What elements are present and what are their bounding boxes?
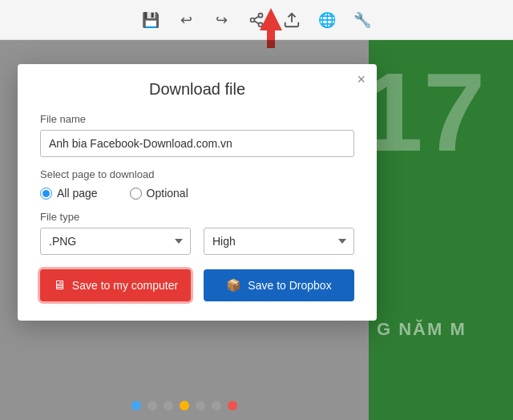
close-button[interactable]: ×: [357, 72, 366, 87]
bg-number: 17: [369, 56, 486, 168]
svg-line-4: [254, 16, 259, 18]
bottom-dots: [0, 401, 369, 410]
save-to-dropbox-button[interactable]: 📦 Save to Dropbox: [204, 269, 354, 301]
file-type-label: File type: [40, 211, 354, 223]
save-to-computer-button[interactable]: 🖥 Save to my computer: [40, 269, 191, 301]
action-buttons-row: 🖥 Save to my computer 📦 Save to Dropbox: [40, 269, 354, 301]
upload-icon[interactable]: [281, 9, 303, 31]
dot-3[interactable]: [180, 401, 189, 410]
svg-point-0: [259, 13, 263, 17]
select-page-label: Select page to download: [40, 168, 354, 180]
dot-5[interactable]: [212, 401, 221, 410]
dot-4[interactable]: [196, 401, 205, 410]
redo-icon[interactable]: ↪: [210, 9, 232, 31]
download-dialog: × Download file File name Select page to…: [18, 64, 377, 321]
radio-optional[interactable]: Optional: [130, 187, 188, 200]
computer-icon: 🖥: [53, 278, 66, 293]
quality-dropdown-wrap: High Medium Low: [204, 228, 354, 255]
bg-text: G NĂM M: [377, 319, 467, 340]
share-icon[interactable]: [245, 9, 268, 31]
globe-icon[interactable]: 🌐: [316, 9, 338, 31]
svg-point-2: [259, 22, 263, 26]
file-name-label: File name: [40, 113, 354, 125]
dropbox-icon: 📦: [226, 278, 241, 293]
radio-all-page[interactable]: All page: [40, 187, 98, 200]
toolbar: 💾 ↩ ↪ 🌐 🔧: [0, 0, 513, 40]
svg-line-3: [254, 21, 259, 23]
dialog-title: Download file: [40, 80, 354, 99]
save-icon[interactable]: 💾: [139, 9, 162, 31]
file-type-dropdown-wrap: .PNG .JPG .PDF .SVG: [40, 228, 191, 255]
dot-0[interactable]: [131, 401, 141, 410]
dot-1[interactable]: [147, 401, 157, 410]
background-image: 17 G NĂM M: [369, 40, 513, 420]
dot-2[interactable]: [164, 401, 173, 410]
file-type-section: File type .PNG .JPG .PDF .SVG High Mediu…: [40, 211, 354, 255]
page-selection-group: All page Optional: [40, 187, 354, 200]
dot-6[interactable]: [228, 401, 237, 410]
quality-select[interactable]: High Medium Low: [204, 228, 354, 255]
file-type-select[interactable]: .PNG .JPG .PDF .SVG: [40, 228, 191, 255]
svg-point-1: [251, 18, 255, 22]
settings-icon[interactable]: 🔧: [351, 9, 374, 31]
undo-icon[interactable]: ↩: [175, 9, 197, 31]
file-name-input[interactable]: [40, 130, 354, 157]
dropdowns-row: .PNG .JPG .PDF .SVG High Medium Low: [40, 228, 354, 255]
